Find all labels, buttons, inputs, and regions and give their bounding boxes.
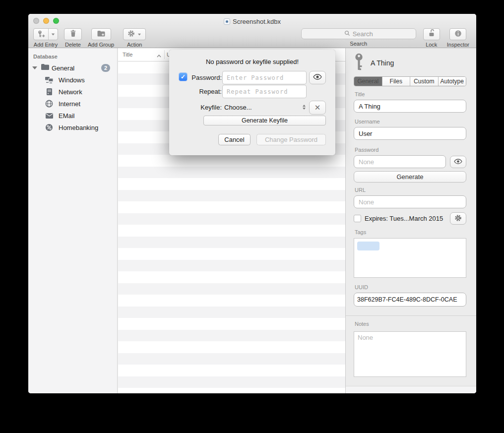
chevron-down-icon bbox=[52, 33, 55, 35]
generate-password-button[interactable]: Generate bbox=[354, 171, 466, 183]
server-icon bbox=[45, 88, 54, 96]
search-icon bbox=[344, 30, 350, 38]
gear-icon bbox=[454, 214, 462, 223]
search-label: Search bbox=[350, 41, 367, 47]
separator bbox=[346, 315, 476, 316]
sidebar-item-label: Homebanking bbox=[59, 124, 98, 131]
add-group-label: Add Group bbox=[88, 42, 114, 48]
sidebar-item-windows[interactable]: Windows bbox=[28, 74, 117, 86]
sidebar-item-label: EMail bbox=[59, 112, 75, 120]
percent-icon bbox=[45, 124, 54, 131]
keyfile-popup[interactable]: Choose... bbox=[222, 102, 307, 113]
uuid-label: UUID bbox=[355, 284, 466, 291]
keyfile-popup-value: Choose... bbox=[224, 104, 252, 111]
eye-icon bbox=[313, 74, 322, 81]
action-button[interactable] bbox=[123, 28, 146, 40]
open-padlock-icon bbox=[428, 29, 435, 39]
eye-icon bbox=[454, 158, 462, 166]
url-field-label: URL bbox=[355, 187, 466, 193]
tab-files[interactable]: Files bbox=[382, 77, 411, 86]
generate-keyfile-button[interactable]: Generate Keyfile bbox=[203, 116, 326, 125]
tag-chip[interactable] bbox=[357, 242, 379, 250]
action-label: Action bbox=[127, 42, 142, 48]
change-password-dialog: No password or keyfile supplied! ✓ Passw… bbox=[169, 50, 335, 155]
inspector-tabs: General Files Custom Autotype bbox=[354, 76, 466, 86]
tags-field[interactable] bbox=[354, 238, 466, 278]
chevron-down-icon bbox=[138, 33, 141, 35]
inspector-footer bbox=[346, 386, 476, 393]
inspector-button[interactable] bbox=[449, 28, 466, 40]
delete-label: Delete bbox=[65, 42, 81, 48]
folder-plus-icon bbox=[97, 30, 106, 39]
clear-keyfile-button[interactable]: ✕ bbox=[309, 101, 326, 115]
search-input[interactable]: Search bbox=[301, 28, 416, 39]
sidebar-section-header: Database bbox=[28, 48, 117, 62]
reveal-password-button[interactable] bbox=[309, 71, 326, 84]
info-icon bbox=[454, 30, 462, 39]
notes-field[interactable] bbox=[354, 331, 466, 377]
cancel-button[interactable]: Cancel bbox=[218, 134, 251, 145]
sidebar-item-label: Network bbox=[59, 88, 82, 96]
dialog-message: No password or keyfile supplied! bbox=[169, 58, 335, 65]
sidebar-item-general[interactable]: General 2 bbox=[28, 62, 117, 74]
repeat-label: Repeat: bbox=[184, 88, 222, 95]
add-group-button[interactable] bbox=[91, 28, 111, 40]
tab-custom[interactable]: Custom bbox=[410, 77, 439, 86]
lock-button[interactable] bbox=[423, 28, 440, 40]
keyfile-label: Keyfile: bbox=[184, 104, 222, 111]
change-password-button[interactable]: Change Password bbox=[256, 134, 326, 145]
app-window: Screenshot.kdbx Add Entry Delete bbox=[28, 14, 476, 393]
password-field-label: Password bbox=[355, 147, 466, 153]
username-field-label: Username bbox=[355, 119, 466, 125]
disclosure-triangle-icon[interactable] bbox=[32, 66, 37, 69]
repeat-password-input[interactable] bbox=[222, 85, 307, 98]
close-x-icon: ✕ bbox=[315, 103, 321, 112]
username-field[interactable] bbox=[354, 127, 466, 140]
tab-autotype[interactable]: Autotype bbox=[439, 77, 466, 86]
globe-icon bbox=[45, 100, 54, 108]
windows-network-icon bbox=[45, 76, 54, 84]
reveal-password-button[interactable] bbox=[450, 156, 466, 168]
add-entry-dropdown[interactable] bbox=[49, 29, 58, 40]
sidebar: Database General 2 Windows Network I bbox=[28, 48, 118, 393]
title-field[interactable] bbox=[354, 100, 466, 113]
notes-label: Notes bbox=[355, 321, 466, 327]
add-entry-button[interactable] bbox=[33, 28, 58, 40]
sidebar-item-homebanking[interactable]: Homebanking bbox=[28, 122, 117, 133]
entry-count-badge: 2 bbox=[101, 64, 110, 72]
url-field[interactable] bbox=[354, 195, 466, 208]
sidebar-item-label: Windows bbox=[59, 76, 85, 84]
key-plus-icon bbox=[34, 29, 49, 40]
column-header-title[interactable]: Title bbox=[123, 52, 132, 58]
inspector-label: Inspector bbox=[447, 42, 469, 48]
window-chrome: Screenshot.kdbx Add Entry Delete bbox=[28, 14, 476, 48]
sidebar-item-internet[interactable]: Internet bbox=[28, 98, 117, 110]
document-icon bbox=[224, 18, 230, 25]
column-divider[interactable] bbox=[164, 50, 165, 59]
search-placeholder: Search bbox=[353, 30, 373, 38]
inspector-panel: A Thing General Files Custom Autotype Ti… bbox=[345, 48, 476, 393]
lock-label: Lock bbox=[426, 42, 437, 48]
sidebar-item-email[interactable]: EMail bbox=[28, 110, 117, 122]
folder-icon bbox=[41, 63, 50, 72]
sidebar-item-network[interactable]: Network bbox=[28, 86, 117, 98]
entry-title: A Thing bbox=[371, 59, 394, 67]
stepper-icon bbox=[303, 105, 306, 110]
title-field-label: Title bbox=[355, 91, 466, 98]
key-icon bbox=[354, 53, 364, 73]
tags-label: Tags bbox=[355, 229, 466, 236]
expires-options-button[interactable] bbox=[450, 212, 466, 225]
gear-icon bbox=[127, 30, 135, 39]
trash-icon bbox=[69, 29, 77, 39]
delete-button[interactable] bbox=[64, 28, 82, 40]
tab-general[interactable]: General bbox=[354, 77, 382, 86]
expires-label: Expires: Tues...March 2015 bbox=[365, 215, 450, 222]
sidebar-item-label: Internet bbox=[59, 100, 80, 108]
enter-password-input[interactable] bbox=[222, 71, 307, 84]
sidebar-item-label: General bbox=[52, 64, 74, 72]
password-field[interactable] bbox=[354, 155, 446, 168]
envelope-icon bbox=[45, 113, 54, 119]
expires-checkbox[interactable] bbox=[354, 215, 361, 222]
uuid-field[interactable] bbox=[354, 293, 466, 307]
window-title: Screenshot.kdbx bbox=[28, 18, 476, 25]
